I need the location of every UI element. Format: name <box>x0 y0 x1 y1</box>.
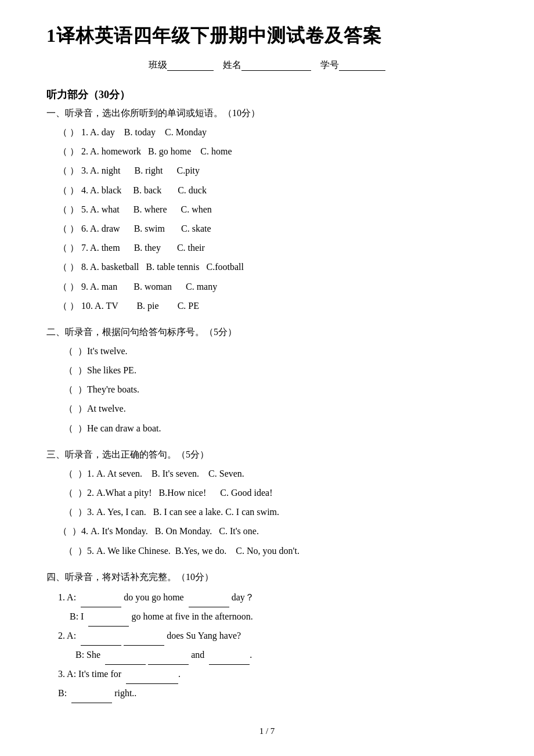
p4-1b: B: I go home at five in the afternoon. <box>70 607 488 627</box>
p2-q3: （ ）They're boats. <box>64 381 488 397</box>
part4-block: 四、听录音，将对话补充完整。（10分） 1. A: do you go home… <box>46 571 488 703</box>
page-number: 1 / 7 <box>46 726 488 736</box>
bracket-7: （ ） <box>58 240 79 255</box>
bracket-2: （ ） <box>58 143 79 159</box>
part2-block: 二、听录音，根据问句给答句标序号。（5分） （ ）It's twelve. （ … <box>46 326 488 436</box>
p4-3a: 3. A: It's time for . <box>58 665 488 684</box>
bracket-3: （ ） <box>58 163 79 178</box>
q6: （ ）6. A. draw B. swim C. skate <box>58 221 488 236</box>
part4-instruction: 四、听录音，将对话补充完整。（10分） <box>46 571 488 584</box>
student-info-bar: 班级 姓名 学号 <box>46 59 488 71</box>
bracket-5: （ ） <box>58 201 79 217</box>
part1-block: 一、听录音，选出你所听到的单词或短语。（10分） （ ）1. A. day B.… <box>46 107 488 314</box>
p4-2a: 2. A: does Su Yang have? <box>58 627 488 646</box>
p3-q5: （ ）5. A. We like Chinese. B.Yes, we do. … <box>64 543 488 559</box>
bracket-10: （ ） <box>58 298 79 314</box>
q8: （ ）8. A. basketball B. table tennis C.fo… <box>58 259 488 275</box>
p4-b: B: right.. <box>58 684 488 703</box>
p2-q2: （ ）She likes PE. <box>64 362 488 378</box>
q1: （ ）1. A. day B. today C. Monday <box>58 124 488 140</box>
p3-q2: （ ）2. A.What a pity! B.How nice! C. Good… <box>64 485 488 501</box>
p4-1a: 1. A: do you go home day？ <box>58 588 488 607</box>
p2-q5: （ ）He can draw a boat. <box>64 420 488 436</box>
page-title: 1译林英语四年级下册期中测试卷及答案 <box>46 23 488 49</box>
part3-instruction: 三、听录音，选出正确的答句。（5分） <box>46 449 488 461</box>
q7: （ ）7. A. them B. they C. their <box>58 240 488 255</box>
p2-q1: （ ）It's twelve. <box>64 343 488 359</box>
p3-q3: （ ）3. A. Yes, I can. B. I can see a lake… <box>64 504 488 520</box>
q2: （ ）2. A. homework B. go home C. home <box>58 143 488 159</box>
name-label: 姓名 <box>223 60 241 70</box>
bracket-8: （ ） <box>58 259 79 275</box>
part1-instruction: 一、听录音，选出你所听到的单词或短语。（10分） <box>46 107 488 120</box>
p2-q4: （ ）At twelve. <box>64 401 488 416</box>
bracket-1: （ ） <box>58 124 79 140</box>
part2-instruction: 二、听录音，根据问句给答句标序号。（5分） <box>46 326 488 339</box>
class-label: 班级 <box>149 60 167 70</box>
q9: （ ）9. A. man B. woman C. many <box>58 279 488 294</box>
bracket-9: （ ） <box>58 279 79 294</box>
p4-2b: B: She and . <box>75 646 488 665</box>
part4-content: 1. A: do you go home day？ B: I go home a… <box>58 588 488 703</box>
q3: （ ）3. A. night B. right C.pity <box>58 163 488 178</box>
number-label: 学号 <box>320 60 339 70</box>
p3-q1: （ ）1. A. At seven. B. It's seven. C. Sev… <box>64 466 488 481</box>
q10: （ ）10. A. TV B. pie C. PE <box>58 298 488 314</box>
q5: （ ）5. A. what B. where C. when <box>58 201 488 217</box>
p3-q4: （ ）4. A. It's Monday. B. On Monday. C. I… <box>58 523 488 539</box>
bracket-6: （ ） <box>58 221 79 236</box>
bracket-4: （ ） <box>58 182 79 198</box>
listening-section-title: 听力部分（30分） <box>46 88 488 102</box>
part3-block: 三、听录音，选出正确的答句。（5分） （ ）1. A. At seven. B.… <box>46 449 488 559</box>
q4: （ ）4. A. black B. back C. duck <box>58 182 488 198</box>
